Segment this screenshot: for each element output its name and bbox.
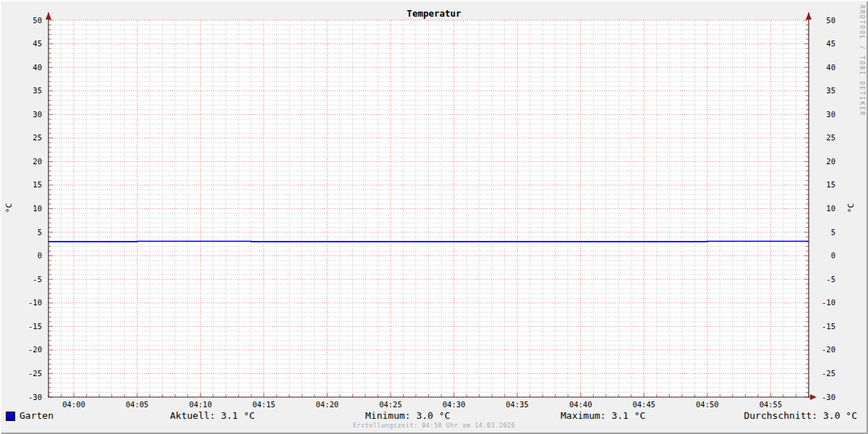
stat-minimum: Minimum: 3.0 °C — [365, 410, 450, 421]
y-axis-tick-label: -5 — [17, 275, 42, 284]
y-axis-tick-label: -30 — [814, 393, 835, 402]
stat-aktuell: Aktuell: 3.1 °C — [170, 410, 255, 421]
y-axis-tick-label: -5 — [814, 275, 835, 284]
rrdtool-temperature-graph: Temperatur °C °C -30-25-20-15-10-5051015… — [0, 0, 868, 434]
y-axis-unit-left: °C — [4, 199, 14, 218]
y-axis-unit-right: °C — [846, 199, 856, 218]
y-axis-tick-label: -30 — [17, 393, 42, 402]
creation-time: Erstellungszeit: 04:58 Uhr am 14.03.2026 — [0, 422, 868, 429]
y-axis-tick-label: -10 — [814, 298, 835, 307]
y-axis-tick-label: 20 — [814, 157, 835, 166]
y-axis-tick-label: -25 — [814, 369, 835, 378]
y-axis-tick-label: 15 — [814, 180, 835, 190]
y-axis-tick-label: -15 — [814, 322, 835, 331]
x-axis-tick-label: 04:45 — [628, 400, 660, 409]
y-axis-tick-label: 5 — [814, 228, 835, 237]
y-axis-tick-label: 45 — [17, 39, 42, 48]
series-label: Garten — [20, 410, 54, 421]
y-axis-tick-label: 25 — [814, 133, 835, 142]
stat-maximum: Maximum: 3.1 °C — [561, 410, 645, 421]
y-axis-tick-label: -15 — [17, 322, 42, 331]
y-axis-tick-label: 25 — [17, 133, 42, 142]
x-axis-tick-label: 04:25 — [375, 400, 407, 409]
x-axis-tick-label: 04:30 — [438, 400, 470, 409]
y-axis-tick-label: 10 — [17, 204, 42, 213]
y-axis-tick-label: 35 — [814, 86, 835, 95]
y-axis-tick-label: 30 — [17, 110, 42, 119]
chart-plot-area — [0, 0, 868, 434]
x-axis-tick-label: 04:15 — [248, 400, 280, 409]
y-axis-tick-label: 20 — [17, 157, 42, 166]
y-axis-tick-label: -20 — [814, 345, 835, 354]
x-axis-tick-label: 04:20 — [311, 400, 343, 409]
x-axis-tick-label: 04:50 — [692, 400, 723, 409]
y-axis-tick-label: 30 — [814, 110, 835, 119]
x-axis-tick-label: 04:05 — [122, 400, 153, 409]
x-axis-tick-label: 04:55 — [754, 400, 786, 409]
x-axis-tick-label: 04:40 — [565, 400, 597, 409]
y-axis-tick-label: 15 — [17, 180, 42, 190]
y-axis-tick-label: -10 — [17, 298, 42, 307]
y-axis-tick-label: 40 — [17, 63, 42, 72]
legend: Garten Aktuell: 3.1 °C Minimum: 3.0 °C M… — [0, 409, 868, 421]
y-axis-tick-label: 50 — [17, 16, 42, 25]
y-axis-tick-label: 40 — [814, 63, 835, 72]
y-axis-tick-label: 50 — [814, 16, 835, 25]
y-axis-tick-label: 0 — [17, 251, 42, 260]
y-axis-tick-label: 0 — [814, 251, 835, 260]
y-axis-tick-label: 45 — [814, 39, 835, 48]
y-axis-tick-label: 35 — [17, 86, 42, 95]
y-axis-tick-label: 5 — [17, 228, 42, 237]
stat-durchschnitt: Durchschnitt: 3.0 °C — [744, 410, 857, 421]
rrdtool-watermark: RRDTOOL / TOBI OETIKER — [859, 5, 865, 116]
x-axis-tick-label: 04:10 — [184, 400, 216, 409]
y-axis-tick-label: -25 — [17, 369, 42, 378]
series-color-swatch — [6, 412, 15, 421]
x-axis-tick-label: 04:00 — [58, 400, 90, 409]
x-axis-tick-label: 04:35 — [501, 400, 533, 409]
y-axis-tick-label: 10 — [814, 204, 835, 213]
y-axis-tick-label: -20 — [17, 345, 42, 354]
